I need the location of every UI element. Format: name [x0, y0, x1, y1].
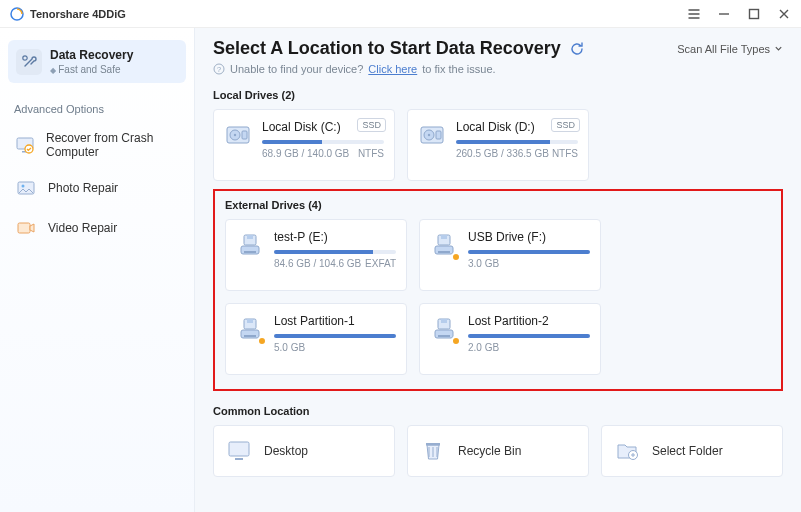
sidebar-item-label: Recover from Crash Computer	[46, 131, 180, 160]
sidebar-advanced-header: Advanced Options	[0, 103, 194, 123]
title-bar: Tenorshare 4DDiG	[0, 0, 801, 28]
drive-size: 5.0 GB	[274, 342, 305, 353]
drive-card[interactable]: Lost Partition-2 2.0 GB	[419, 303, 601, 375]
svg-rect-30	[244, 335, 256, 337]
device-hint: ? Unable to find your device? Click here…	[213, 63, 783, 75]
svg-rect-37	[426, 443, 440, 446]
usb-drive-icon	[236, 232, 264, 260]
page-title: Select A Location to Start Data Recovery	[213, 38, 585, 59]
svg-rect-22	[244, 251, 256, 253]
sidebar: Data Recovery Fast and Safe Advanced Opt…	[0, 28, 195, 512]
drive-size: 84.6 GB / 104.6 GB	[274, 258, 361, 269]
section-local-drives: Local Drives (2)	[213, 89, 783, 101]
svg-point-13	[234, 134, 236, 136]
drive-size: 3.0 GB	[468, 258, 499, 269]
refresh-icon[interactable]	[569, 41, 585, 57]
section-common-location: Common Location	[213, 405, 783, 417]
ssd-badge: SSD	[357, 118, 386, 132]
section-external-drives: External Drives (4)	[225, 199, 771, 211]
video-icon	[14, 216, 38, 240]
svg-rect-34	[438, 335, 450, 337]
svg-point-2	[23, 55, 27, 59]
tools-icon	[16, 49, 42, 75]
close-icon[interactable]	[777, 7, 791, 21]
tile-label: Select Folder	[652, 444, 723, 458]
ssd-badge: SSD	[551, 118, 580, 132]
hdd-icon	[418, 122, 446, 150]
sidebar-item-photo-repair[interactable]: Photo Repair	[0, 168, 194, 208]
drive-fs: NTFS	[358, 148, 384, 159]
minimize-icon[interactable]	[717, 7, 731, 21]
drive-card[interactable]: Local Disk (D:) 260.5 GB / 336.5 GBNTFS …	[407, 109, 589, 181]
app-logo-icon	[10, 7, 24, 21]
usage-bar	[274, 250, 396, 254]
svg-point-17	[428, 134, 430, 136]
hint-link[interactable]: Click here	[368, 63, 417, 75]
svg-rect-8	[18, 223, 30, 233]
drive-name: Lost Partition-1	[274, 314, 396, 328]
menu-icon[interactable]	[687, 7, 701, 21]
drive-card[interactable]: test-P (E:) 84.6 GB / 104.6 GBEXFAT	[225, 219, 407, 291]
chevron-down-icon	[774, 44, 783, 53]
sidebar-item-label: Video Repair	[48, 221, 117, 235]
scan-all-file-types[interactable]: Scan All File Types	[677, 43, 783, 55]
usage-bar	[262, 140, 384, 144]
drive-card[interactable]: Lost Partition-1 5.0 GB	[225, 303, 407, 375]
common-tile-select-folder[interactable]: Select Folder	[601, 425, 783, 477]
image-icon	[14, 176, 38, 200]
svg-rect-14	[242, 131, 247, 139]
svg-rect-26	[438, 251, 450, 253]
svg-text:?: ?	[217, 65, 222, 74]
usage-bar	[274, 334, 396, 338]
usb-drive-icon	[236, 316, 264, 344]
drive-card[interactable]: USB Drive (F:) 3.0 GB	[419, 219, 601, 291]
sidebar-main-label: Data Recovery	[50, 48, 133, 62]
drive-name: USB Drive (F:)	[468, 230, 590, 244]
select-folder-icon	[614, 438, 640, 464]
sidebar-item-label: Photo Repair	[48, 181, 118, 195]
monitor-icon	[14, 133, 36, 157]
svg-rect-18	[436, 131, 441, 139]
common-tile-recycle-bin[interactable]: Recycle Bin	[407, 425, 589, 477]
usb-drive-icon	[430, 316, 458, 344]
drive-fs: EXFAT	[365, 258, 396, 269]
drive-size: 68.9 GB / 140.0 GB	[262, 148, 349, 159]
tile-label: Recycle Bin	[458, 444, 521, 458]
tile-label: Desktop	[264, 444, 308, 458]
usage-bar	[456, 140, 578, 144]
drive-size: 260.5 GB / 336.5 GB	[456, 148, 549, 159]
recycle-bin-icon	[420, 438, 446, 464]
sidebar-item-data-recovery[interactable]: Data Recovery Fast and Safe	[8, 40, 186, 83]
drive-name: Lost Partition-2	[468, 314, 590, 328]
hdd-icon	[224, 122, 252, 150]
svg-point-7	[22, 184, 25, 187]
usage-bar	[468, 334, 590, 338]
window-controls	[687, 7, 791, 21]
svg-rect-20	[247, 235, 253, 239]
svg-rect-28	[247, 319, 253, 323]
sidebar-item-video-repair[interactable]: Video Repair	[0, 208, 194, 248]
sidebar-main-sub: Fast and Safe	[50, 64, 133, 75]
drive-fs: NTFS	[552, 148, 578, 159]
svg-rect-1	[750, 9, 759, 18]
sidebar-item-crash-recover[interactable]: Recover from Crash Computer	[0, 123, 194, 168]
svg-rect-24	[441, 235, 447, 239]
drive-size: 2.0 GB	[468, 342, 499, 353]
svg-point-0	[11, 8, 23, 20]
maximize-icon[interactable]	[747, 7, 761, 21]
question-icon: ?	[213, 63, 225, 75]
common-tile-desktop[interactable]: Desktop	[213, 425, 395, 477]
desktop-icon	[226, 438, 252, 464]
usb-drive-icon	[430, 232, 458, 260]
svg-rect-32	[441, 319, 447, 323]
app-title: Tenorshare 4DDiG	[30, 8, 126, 20]
drive-name: test-P (E:)	[274, 230, 396, 244]
svg-rect-35	[229, 442, 249, 456]
content-area: Select A Location to Start Data Recovery…	[195, 28, 801, 512]
drive-card[interactable]: Local Disk (C:) 68.9 GB / 140.0 GBNTFS S…	[213, 109, 395, 181]
usage-bar	[468, 250, 590, 254]
external-drives-highlight: External Drives (4) test-P (E:) 84.6 GB …	[213, 189, 783, 391]
svg-rect-36	[235, 458, 243, 460]
